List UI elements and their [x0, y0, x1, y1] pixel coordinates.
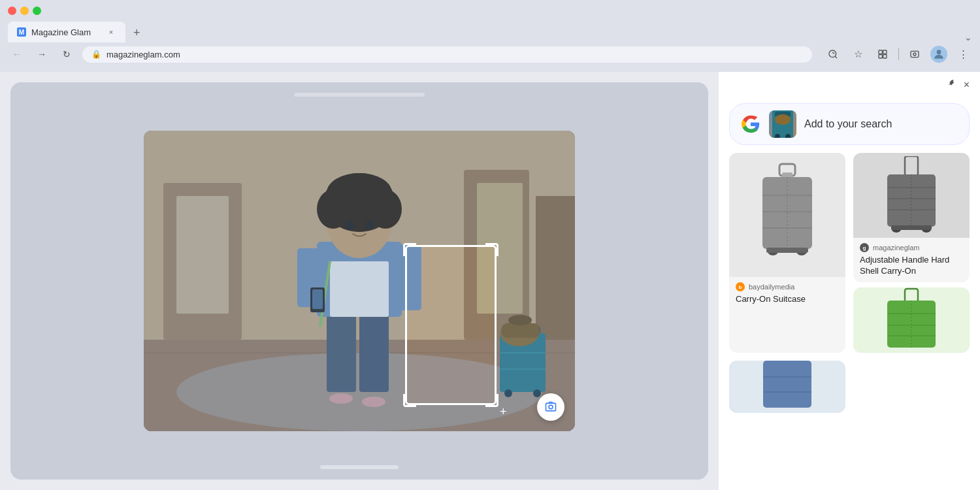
result-card-2[interactable]: g magazineglam Adjustable Handle Hard Sh…	[853, 153, 970, 282]
source-icon-2: g	[860, 243, 869, 252]
results-grid: b baydailymedia Carry-On Suitcase	[719, 153, 980, 413]
lens-camera-button[interactable]	[537, 393, 564, 421]
svg-point-48	[549, 405, 553, 409]
result-image-1	[729, 153, 845, 277]
search-prompt-bar[interactable]: Add to your search	[729, 103, 970, 145]
refresh-button[interactable]: ↻	[57, 45, 76, 63]
svg-rect-2	[879, 50, 882, 54]
corner-tl	[403, 243, 416, 256]
svg-rect-64	[905, 156, 918, 176]
webpage-card: +	[10, 82, 708, 480]
corner-bl	[403, 394, 416, 407]
svg-rect-79	[763, 361, 811, 408]
result-info-2: g magazineglam Adjustable Handle Hard Sh…	[853, 238, 970, 282]
source-icon-1: b	[736, 282, 745, 291]
tab-dropdown-button[interactable]: ⌄	[964, 32, 972, 42]
source-name-1: baydailymedia	[749, 283, 794, 291]
selection-box	[405, 245, 497, 405]
results-panel: ×	[719, 72, 980, 490]
tab-bar: M Magazine Glam × + ⌄	[0, 19, 980, 42]
svg-rect-3	[883, 50, 887, 54]
svg-line-1	[835, 56, 837, 58]
svg-rect-55	[782, 172, 792, 178]
traffic-lights	[8, 7, 41, 15]
result-title-2: Adjustable Handle Hard Shell Carry-On	[860, 255, 963, 277]
main-content: + ×	[0, 72, 980, 490]
lens-toolbar-button[interactable]	[824, 45, 842, 63]
results-header: ×	[719, 72, 980, 98]
result-image-2	[853, 153, 970, 238]
result-source-2: g magazineglam	[860, 243, 963, 252]
forward-button[interactable]: →	[33, 45, 51, 63]
minimize-traffic-light[interactable]	[20, 7, 29, 15]
result-image-3	[853, 287, 970, 353]
svg-point-53	[775, 114, 791, 125]
source-name-2: magazineglam	[873, 244, 920, 252]
tab-favicon: M	[17, 27, 26, 37]
search-image-thumbnail	[769, 110, 796, 138]
svg-rect-73	[905, 289, 918, 302]
maximize-traffic-light[interactable]	[33, 7, 41, 15]
panel-close-button[interactable]: ×	[964, 79, 970, 91]
back-button[interactable]: ←	[8, 45, 26, 63]
svg-rect-72	[891, 225, 932, 230]
new-tab-button[interactable]: +	[128, 23, 146, 42]
result-source-1: b baydailymedia	[736, 282, 839, 291]
svg-rect-63	[766, 248, 808, 253]
address-bar-row: ← → ↻ 🔒 magazineglam.com ☆	[0, 42, 980, 69]
avatar[interactable]	[930, 46, 947, 63]
main-image: +	[144, 131, 575, 431]
svg-rect-6	[911, 51, 919, 57]
lens-tint	[144, 131, 575, 431]
svg-point-0	[829, 50, 836, 57]
result-column-right: g magazineglam Adjustable Handle Hard Sh…	[853, 153, 970, 353]
url-text: magazineglam.com	[106, 50, 803, 59]
google-logo	[740, 114, 761, 135]
svg-rect-4	[879, 55, 882, 58]
corner-br	[485, 394, 498, 407]
pin-button[interactable]	[947, 78, 957, 91]
toolbar-icons: ☆ ⋮	[824, 45, 972, 63]
close-traffic-light[interactable]	[8, 7, 16, 15]
search-prompt-text: Add to your search	[804, 118, 892, 130]
screenshot-button[interactable]	[906, 45, 924, 63]
address-bar[interactable]: 🔒 magazineglam.com	[82, 46, 812, 63]
webpage-panel: +	[0, 72, 719, 490]
svg-rect-47	[546, 403, 556, 411]
menu-button[interactable]: ⋮	[954, 45, 972, 63]
browser-chrome: M Magazine Glam × + ⌄ ← → ↻ 🔒 magazinegl…	[0, 0, 980, 72]
result-card-1[interactable]: b baydailymedia Carry-On Suitcase	[729, 153, 845, 353]
svg-rect-5	[883, 55, 887, 58]
scroll-indicator-bottom	[320, 465, 399, 469]
bookmark-button[interactable]: ☆	[849, 45, 867, 63]
result-card-3[interactable]	[853, 287, 970, 353]
result-title-1: Carry-On Suitcase	[736, 294, 839, 305]
tab-close-button[interactable]: ×	[106, 27, 116, 37]
result-card-4[interactable]	[729, 361, 845, 413]
scroll-indicator-top	[294, 93, 425, 97]
svg-point-7	[913, 53, 916, 56]
lock-icon: 🔒	[91, 50, 101, 59]
corner-tr	[485, 243, 498, 256]
tab-title: Magazine Glam	[31, 27, 91, 37]
result-info-1: b baydailymedia Carry-On Suitcase	[729, 277, 845, 310]
active-tab[interactable]: M Magazine Glam ×	[8, 22, 125, 42]
result-image-4	[729, 361, 845, 413]
toolbar-divider	[898, 48, 899, 60]
extensions-button[interactable]	[874, 45, 892, 63]
title-bar	[0, 0, 980, 19]
svg-point-8	[937, 50, 941, 54]
crosshair-cursor: +	[500, 405, 507, 419]
